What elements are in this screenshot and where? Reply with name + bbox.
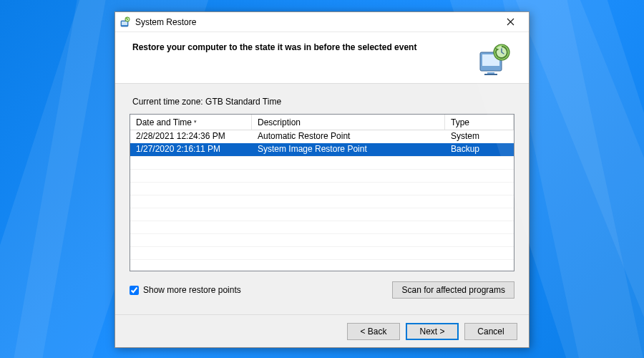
cell-description: System Image Restore Point [252,143,445,156]
header-heading: Restore your computer to the state it wa… [132,42,416,52]
system-restore-dialog: System Restore Restore your computer to … [114,11,530,348]
titlebar: System Restore [115,12,529,32]
restore-point-row[interactable]: 1/27/2020 2:16:11 PM System Image Restor… [130,143,514,156]
sort-indicator-icon: ▾ [194,119,197,124]
dialog-content: Current time zone: GTB Standard Time Dat… [115,84,529,314]
back-button[interactable]: < Back [347,323,400,340]
restore-point-row[interactable]: 2/28/2021 12:24:36 PM Automatic Restore … [130,130,514,143]
list-empty-row [130,195,514,208]
cell-date: 1/27/2020 2:16:11 PM [130,143,252,156]
list-empty-row [130,259,514,271]
svg-rect-6 [484,74,497,75]
cell-date: 2/28/2021 12:24:36 PM [130,130,252,143]
list-empty-row [130,169,514,182]
list-empty-row [130,246,514,259]
list-empty-row [130,221,514,233]
list-empty-row [130,208,514,221]
next-button[interactable]: Next > [406,323,459,340]
list-header: Date and Time ▾ Description Type [130,115,514,130]
show-more-checkbox[interactable]: Show more restore points [130,285,241,295]
restore-icon [119,16,131,28]
cell-type: System [445,130,514,143]
below-list-bar: Show more restore points Scan for affect… [130,281,514,299]
column-header-type[interactable]: Type [445,115,514,130]
column-label: Type [451,117,469,127]
cell-type: Backup [445,143,514,156]
close-icon [507,16,514,28]
list-body: 2/28/2021 12:24:36 PM Automatic Restore … [130,130,514,271]
scan-programs-button[interactable]: Scan for affected programs [392,281,514,299]
close-button[interactable] [496,13,525,32]
column-label: Date and Time [136,117,192,127]
list-empty-row [130,156,514,169]
cancel-button[interactable]: Cancel [464,323,517,340]
checkbox-label: Show more restore points [143,285,241,295]
cell-description: Automatic Restore Point [252,130,445,143]
dialog-footer: < Back Next > Cancel [115,314,529,347]
restore-header-icon [477,42,512,77]
list-empty-row [130,182,514,195]
window-title: System Restore [135,17,496,27]
column-header-description[interactable]: Description [252,115,445,130]
svg-rect-1 [122,21,127,25]
restore-points-list: Date and Time ▾ Description Type 2/28/20… [130,114,514,271]
column-label: Description [258,117,301,127]
dialog-header: Restore your computer to the state it wa… [115,32,529,84]
column-header-date[interactable]: Date and Time ▾ [130,115,252,130]
show-more-input[interactable] [130,286,139,295]
timezone-label: Current time zone: GTB Standard Time [132,97,512,107]
list-empty-row [130,233,514,246]
